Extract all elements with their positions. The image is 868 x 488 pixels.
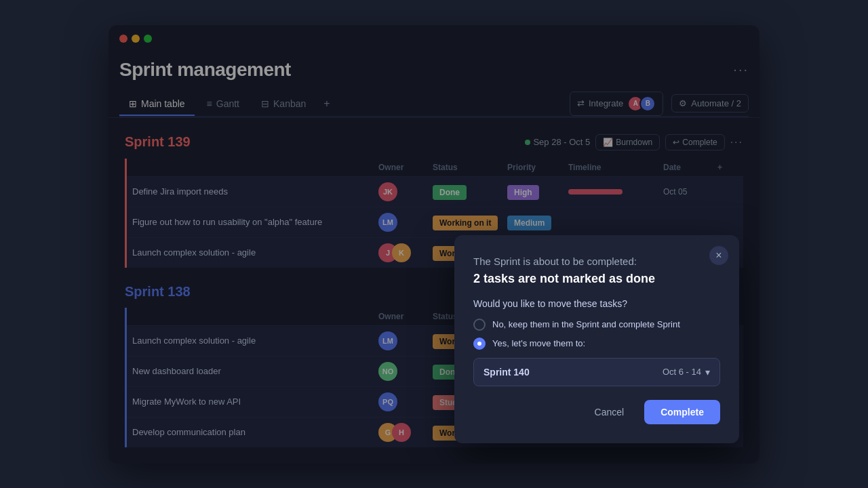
complete-button[interactable]: Complete <box>644 400 720 424</box>
radio-no-label: No, keep them in the Sprint and complete… <box>492 319 680 329</box>
modal-footer: Cancel Complete <box>473 400 720 424</box>
modal-overlay: × The Sprint is about to be completed: 2… <box>108 25 760 464</box>
radio-option-no[interactable]: No, keep them in the Sprint and complete… <box>473 319 720 331</box>
modal-question: Would you like to move these tasks? <box>473 298 720 309</box>
modal-close-button[interactable]: × <box>709 246 728 265</box>
close-icon: × <box>715 249 722 262</box>
chevron-down-icon: ▾ <box>705 367 710 378</box>
sprint-select-name: Sprint 140 <box>484 367 530 378</box>
app-window: Sprint management ··· ⊞ Main table ≡ Gan… <box>108 25 760 464</box>
complete-sprint-modal: × The Sprint is about to be completed: 2… <box>454 235 739 443</box>
sprint-select-dropdown[interactable]: Sprint 140 Oct 6 - 14 ▾ <box>473 358 720 386</box>
modal-subtitle: The Sprint is about to be completed: <box>473 254 720 268</box>
radio-yes-circle <box>473 338 486 350</box>
radio-yes-label: Yes, let's move them to: <box>492 338 585 348</box>
radio-option-yes[interactable]: Yes, let's move them to: <box>473 338 720 350</box>
cancel-button[interactable]: Cancel <box>581 400 638 424</box>
radio-no-circle <box>473 319 486 331</box>
modal-title: 2 tasks are not marked as done <box>473 271 720 287</box>
sprint-select-dates: Oct 6 - 14 ▾ <box>663 367 710 378</box>
